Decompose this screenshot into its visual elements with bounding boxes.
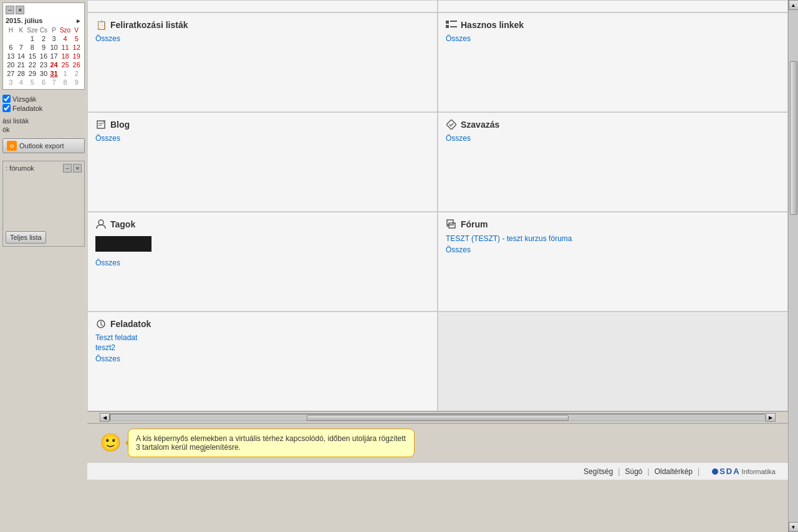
cal-day[interactable]: 23 xyxy=(39,60,49,69)
cal-day[interactable]: 5 xyxy=(26,78,39,87)
svg-point-4 xyxy=(99,220,103,225)
svg-rect-1 xyxy=(446,25,449,28)
cal-day[interactable]: 25 xyxy=(59,60,72,69)
forums-close-btn[interactable]: ✕ xyxy=(73,164,82,173)
card-szavazas: Szavazás Összes xyxy=(438,112,788,212)
footer-oldalterkepe-link[interactable]: Oldaltérkép xyxy=(650,467,698,476)
vizsgak-checkbox-label[interactable]: Vizsgák xyxy=(2,95,85,103)
calendar-close-btn[interactable]: ✕ xyxy=(16,6,24,14)
outlook-icon: O xyxy=(7,141,17,151)
feladatok-checkbox[interactable] xyxy=(2,104,11,112)
calendar-minimize-btn[interactable]: ─ xyxy=(6,6,14,14)
feladatok-teszt2-link[interactable]: teszt2 xyxy=(95,343,430,352)
card-hasznos-title: Hasznos linkek xyxy=(446,19,780,31)
cal-day[interactable]: 8 xyxy=(59,78,72,87)
szavazas-osszes-link[interactable]: Összes xyxy=(446,134,780,143)
cal-day-today[interactable]: 31 xyxy=(49,69,59,78)
forums-minimize-btn[interactable]: ─ xyxy=(63,164,72,173)
feliratkozasi-osszes-link[interactable]: Összes xyxy=(95,34,430,43)
forum-teszt-link[interactable]: TESZT (TESZT) - teszt kurzus fóruma xyxy=(446,234,572,243)
cal-day[interactable]: 6 xyxy=(39,78,49,87)
vertical-scrollbar[interactable]: ▲ ▼ xyxy=(788,0,798,532)
cal-day[interactable]: 2 xyxy=(71,69,82,78)
h-scrollbar-track[interactable] xyxy=(110,414,766,421)
footer-links: Segítség | Súgó | Oldaltérkép | xyxy=(579,467,699,476)
cal-day[interactable]: 9 xyxy=(39,43,49,52)
feladatok-icon xyxy=(95,318,107,330)
cal-day[interactable]: 17 xyxy=(49,52,59,60)
cal-day[interactable]: 1 xyxy=(26,34,39,43)
cal-day[interactable]: 22 xyxy=(26,60,39,69)
feladatok-checkbox-label[interactable]: Feladatok xyxy=(2,104,85,112)
blog-icon xyxy=(95,119,107,130)
cal-day[interactable] xyxy=(16,34,27,43)
cal-day[interactable]: 7 xyxy=(16,43,27,52)
h-scroll-right-btn[interactable]: ▶ xyxy=(766,413,776,422)
footer-segitseg-link[interactable]: Segítség xyxy=(579,467,618,476)
feladatok-teszt-feladat-link[interactable]: Teszt feladat xyxy=(95,333,430,342)
cal-day[interactable]: 5 xyxy=(71,34,82,43)
cal-day[interactable]: 3 xyxy=(6,78,16,87)
h-scroll-left-btn[interactable]: ◀ xyxy=(100,413,110,422)
cal-day[interactable]: 8 xyxy=(26,43,39,52)
cal-day[interactable]: 9 xyxy=(71,78,82,87)
card-szavazas-title: Szavazás xyxy=(446,119,780,130)
outlook-export-button[interactable]: O Outlook export xyxy=(2,138,85,153)
v-scroll-down-btn[interactable]: ▼ xyxy=(789,522,799,532)
tooltip-text: A kis képernyős elemekben a virtuális té… xyxy=(136,434,406,452)
cal-day[interactable]: 26 xyxy=(71,60,82,69)
cal-day[interactable]: 18 xyxy=(59,52,72,60)
v-scroll-up-btn[interactable]: ▲ xyxy=(789,0,799,10)
cal-day[interactable]: 4 xyxy=(16,78,27,87)
sidebar-link-ok: ók xyxy=(2,126,85,133)
blog-osszes-link[interactable]: Összes xyxy=(95,134,430,143)
svg-rect-3 xyxy=(450,26,457,27)
svg-rect-0 xyxy=(446,21,449,24)
cal-day[interactable]: 3 xyxy=(49,34,59,43)
forum-osszes-link[interactable]: Összes xyxy=(446,245,780,254)
member-avatar xyxy=(95,236,151,252)
vizsgak-checkbox[interactable] xyxy=(2,95,11,103)
tooltip-bubble: A kis képernyős elemekben a virtuális té… xyxy=(128,429,415,457)
cal-day[interactable]: 15 xyxy=(26,52,39,60)
hasznos-icon xyxy=(446,19,457,31)
cal-day[interactable]: 30 xyxy=(39,69,49,78)
cal-day[interactable]: 11 xyxy=(59,43,72,52)
feladatok-osszes-link[interactable]: Összes xyxy=(95,354,430,363)
cal-day[interactable]: 2 xyxy=(39,34,49,43)
cal-day[interactable]: 10 xyxy=(49,43,59,52)
cal-day[interactable]: 7 xyxy=(49,78,59,87)
v-scroll-track[interactable] xyxy=(789,10,798,522)
forums-widget-title: : fórumok xyxy=(6,164,34,172)
cal-day-header: K xyxy=(16,26,27,34)
cal-day[interactable]: 24 xyxy=(49,60,59,69)
teljes-lista-button[interactable]: Teljes lista xyxy=(6,231,46,244)
cal-day[interactable]: 27 xyxy=(6,69,16,78)
cal-day-header: V xyxy=(71,26,82,34)
tagok-osszes-link[interactable]: Összes xyxy=(95,259,430,267)
cal-day[interactable]: 16 xyxy=(39,52,49,60)
horizontal-scrollbar[interactable]: ◀ ▶ xyxy=(87,411,788,424)
tagok-title-text: Tagok xyxy=(110,219,135,229)
calendar-controls: ─ ✕ xyxy=(6,6,24,14)
cal-day[interactable]: 14 xyxy=(16,52,27,60)
cal-day[interactable]: 12 xyxy=(71,43,82,52)
cal-day[interactable]: 21 xyxy=(16,60,27,69)
hasznos-osszes-link[interactable]: Összes xyxy=(446,34,780,43)
footer-sugo-link[interactable]: Súgó xyxy=(620,467,647,476)
cal-day[interactable]: 4 xyxy=(59,34,72,43)
card-feladatok: Feladatok Teszt feladat teszt2 Összes xyxy=(87,311,438,411)
cal-day[interactable]: 13 xyxy=(6,52,16,60)
calendar-nav: 2015. július ► xyxy=(6,17,82,24)
v-scroll-thumb[interactable] xyxy=(790,61,797,215)
cal-day[interactable]: 29 xyxy=(26,69,39,78)
main-content: 📋 Feliratkozási listák Összes Hasznos li… xyxy=(87,0,788,532)
cal-day[interactable]: 20 xyxy=(6,60,16,69)
cal-day[interactable]: 6 xyxy=(6,43,16,52)
cal-day[interactable]: 1 xyxy=(59,69,72,78)
cal-day[interactable]: 19 xyxy=(71,52,82,60)
h-scrollbar-thumb[interactable] xyxy=(307,415,569,421)
calendar-next-arrow[interactable]: ► xyxy=(75,17,82,24)
cal-day[interactable]: 28 xyxy=(16,69,27,78)
cal-day[interactable] xyxy=(6,34,16,43)
